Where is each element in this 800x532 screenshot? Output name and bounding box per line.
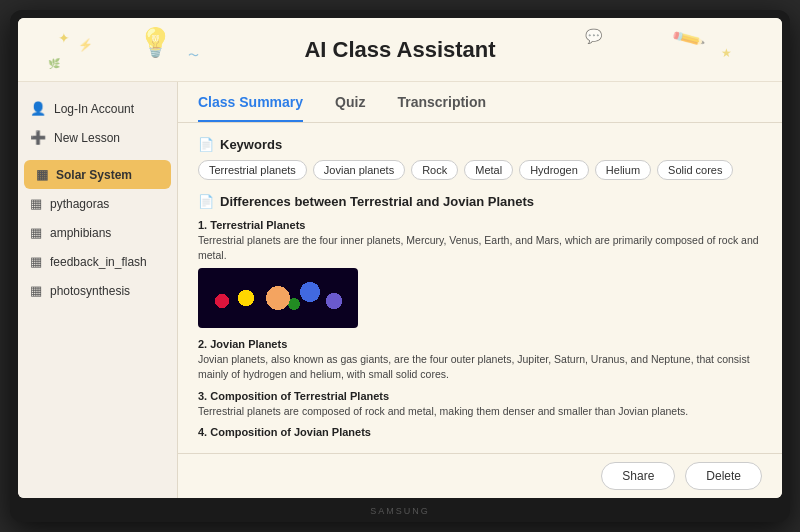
lesson-icon-photo: ▦ [30, 283, 42, 298]
list-item: 2. Jovian Planets Jovian planets, also k… [198, 338, 762, 381]
sidebar: 👤 Log-In Account ➕ New Lesson ▦ Solar Sy… [18, 82, 178, 498]
sidebar-item-feedback[interactable]: ▦ feedback_in_flash [18, 247, 177, 276]
sidebar-feedback-label: feedback_in_flash [50, 255, 147, 269]
keyword-terrestrial: Terrestrial planets [198, 160, 307, 180]
lesson-icon-pythagoras: ▦ [30, 196, 42, 211]
sidebar-pythagoras-label: pythagoras [50, 197, 109, 211]
sidebar-new-lesson-label: New Lesson [54, 131, 120, 145]
app-title: AI Class Assistant [304, 37, 495, 63]
item-1-title: 1. Terrestrial Planets [198, 219, 762, 231]
keywords-row: Terrestrial planets Jovian planets Rock … [198, 160, 762, 180]
tab-quiz[interactable]: Quiz [335, 94, 365, 122]
item-4-title: 4. Composition of Jovian Planets [198, 426, 762, 438]
content-area: Class Summary Quiz Transcription 📄 Keywo… [178, 82, 782, 498]
sidebar-item-new-lesson[interactable]: ➕ New Lesson [18, 123, 177, 152]
keyword-metal: Metal [464, 160, 513, 180]
keyword-hydrogen: Hydrogen [519, 160, 589, 180]
app-header: ✦ 💡 ⚡ 〜 💬 ✏️ ★ 🌿 AI Class Assistant [18, 18, 782, 82]
leaf-icon: 🌿 [48, 58, 60, 69]
add-icon: ➕ [30, 130, 46, 145]
tv-screen: ✦ 💡 ⚡ 〜 💬 ✏️ ★ 🌿 AI Class Assistant 👤 Lo… [18, 18, 782, 498]
planet-image [198, 268, 358, 328]
list-item: 1. Terrestrial Planets Terrestrial plane… [198, 219, 762, 328]
sidebar-divider [18, 152, 177, 160]
keyword-helium: Helium [595, 160, 651, 180]
item-3-title: 3. Composition of Terrestrial Planets [198, 390, 762, 402]
keyword-rock: Rock [411, 160, 458, 180]
item-1-desc: Terrestrial planets are the four inner p… [198, 233, 762, 262]
sidebar-amphibians-label: amphibians [50, 226, 111, 240]
sidebar-login-label: Log-In Account [54, 102, 134, 116]
lesson-icon-feedback: ▦ [30, 254, 42, 269]
tab-transcription[interactable]: Transcription [397, 94, 486, 122]
list-item: 4. Composition of Jovian Planets [198, 426, 762, 438]
delete-button[interactable]: Delete [685, 462, 762, 490]
tv-brand: SAMSUNG [370, 506, 430, 516]
list-item: 3. Composition of Terrestrial Planets Te… [198, 390, 762, 419]
planet-image-inner [198, 268, 358, 328]
keyword-solid-cores: Solid cores [657, 160, 733, 180]
sidebar-item-amphibians[interactable]: ▦ amphibians [18, 218, 177, 247]
keywords-section-header: 📄 Keywords [198, 137, 762, 152]
squiggle-left-icon: 〜 [188, 48, 199, 63]
lightning-icon: ⚡ [78, 38, 93, 52]
lesson-icon-amphibians: ▦ [30, 225, 42, 240]
item-3-desc: Terrestrial planets are composed of rock… [198, 404, 762, 419]
differences-icon: 📄 [198, 194, 214, 209]
keyword-jovian: Jovian planets [313, 160, 405, 180]
sidebar-item-pythagoras[interactable]: ▦ pythagoras [18, 189, 177, 218]
login-icon: 👤 [30, 101, 46, 116]
differences-section-header: 📄 Differences between Terrestrial and Jo… [198, 194, 762, 209]
item-2-title: 2. Jovian Planets [198, 338, 762, 350]
pencil-icon: ✏️ [670, 21, 706, 57]
sidebar-item-solar-system[interactable]: ▦ Solar System [24, 160, 171, 189]
item-2-desc: Jovian planets, also known as gas giants… [198, 352, 762, 381]
sidebar-solar-label: Solar System [56, 168, 132, 182]
tv-frame: ✦ 💡 ⚡ 〜 💬 ✏️ ★ 🌿 AI Class Assistant 👤 Lo… [10, 10, 790, 522]
sidebar-item-login[interactable]: 👤 Log-In Account [18, 94, 177, 123]
sidebar-item-photosynthesis[interactable]: ▦ photosynthesis [18, 276, 177, 305]
keywords-icon: 📄 [198, 137, 214, 152]
lesson-icon-solar: ▦ [36, 167, 48, 182]
keywords-label: Keywords [220, 137, 282, 152]
tabs-bar: Class Summary Quiz Transcription [178, 82, 782, 123]
bulb-icon: 💡 [138, 26, 173, 59]
tab-class-summary[interactable]: Class Summary [198, 94, 303, 122]
differences-title: Differences between Terrestrial and Jovi… [220, 194, 534, 209]
share-button[interactable]: Share [601, 462, 675, 490]
main-layout: 👤 Log-In Account ➕ New Lesson ▦ Solar Sy… [18, 82, 782, 498]
chat-icon: 💬 [585, 28, 602, 44]
content-footer: Share Delete [178, 453, 782, 498]
star-deco: ✦ [58, 30, 70, 46]
sidebar-photo-label: photosynthesis [50, 284, 130, 298]
star2-icon: ★ [721, 46, 732, 60]
content-body: 📄 Keywords Terrestrial planets Jovian pl… [178, 123, 782, 453]
